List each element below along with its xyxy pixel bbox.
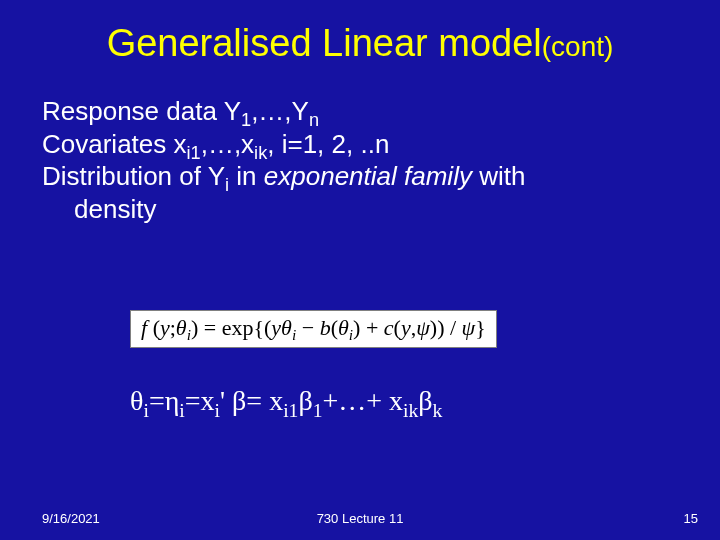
text: Covariates x xyxy=(42,129,187,159)
eq-f: f xyxy=(141,315,153,340)
sub: i1 xyxy=(283,400,298,421)
body-line-1: Response data Y1,…,Yn xyxy=(42,95,680,128)
sym-x: x xyxy=(269,385,283,416)
text: ,…,x xyxy=(201,129,254,159)
eq-theta: θ xyxy=(176,315,187,340)
equation-box: f (y;θi) = exp{(yθi − b(θi) + c(y,ψ)) / … xyxy=(130,310,497,348)
eq-psi: ψ xyxy=(462,315,476,340)
footer-page-number: 15 xyxy=(684,511,698,526)
italic-text: exponential family xyxy=(264,161,472,191)
eq-minus: − xyxy=(296,315,319,340)
sym-ellipsis: +…+ xyxy=(322,385,389,416)
sub: 1 xyxy=(313,400,323,421)
slide-body: Response data Y1,…,Yn Covariates xi1,…,x… xyxy=(42,95,680,225)
sym-beta: β xyxy=(298,385,312,416)
eq-y: y xyxy=(160,315,170,340)
body-line-4: density xyxy=(74,193,680,226)
eq-plus: + xyxy=(360,315,383,340)
eq-slash: / xyxy=(444,315,461,340)
sym-eq: = xyxy=(149,385,165,416)
text: density xyxy=(74,194,156,224)
eq-paren: ( xyxy=(394,315,401,340)
sym-eq: = xyxy=(185,385,201,416)
title-cont: (cont) xyxy=(542,31,614,62)
eq-ytheta: yθ xyxy=(271,315,292,340)
eq-exp: exp xyxy=(222,315,254,340)
eq-equals: = xyxy=(198,315,221,340)
body-line-3: Distribution of Yi in exponential family… xyxy=(42,160,680,193)
eq-c: c xyxy=(384,315,394,340)
footer-lecture: 730 Lecture 11 xyxy=(0,511,720,526)
sym-theta: θ xyxy=(130,385,143,416)
sym-eta: η xyxy=(165,385,180,416)
sym-x: x xyxy=(389,385,403,416)
text: , i=1, 2, ..n xyxy=(267,129,389,159)
eq-brace: { xyxy=(253,315,264,340)
sym-beta: β xyxy=(232,385,246,416)
text: Response data Y xyxy=(42,96,241,126)
text: Distribution of Y xyxy=(42,161,225,191)
eq-theta: θ xyxy=(338,315,349,340)
title-main: Generalised Linear model xyxy=(107,22,542,64)
slide: Generalised Linear model(cont) Response … xyxy=(0,0,720,540)
text: with xyxy=(472,161,525,191)
eq-y: y xyxy=(401,315,411,340)
text: in xyxy=(229,161,264,191)
eq-paren: ( xyxy=(331,315,338,340)
eq-b: b xyxy=(320,315,331,340)
sub: ik xyxy=(403,400,418,421)
sym-eq: = xyxy=(246,385,269,416)
eq-brace: } xyxy=(475,315,486,340)
sub: k xyxy=(433,400,443,421)
slide-title: Generalised Linear model(cont) xyxy=(0,22,720,65)
text: ,…,Y xyxy=(251,96,309,126)
sym-beta: β xyxy=(418,385,432,416)
eq-paren: ( xyxy=(153,315,160,340)
body-line-2: Covariates xi1,…,xik, i=1, 2, ..n xyxy=(42,128,680,161)
theta-line: θi=ηi=xi' β= xi1β1+…+ xikβk xyxy=(130,385,442,417)
eq-psi: ψ xyxy=(416,315,430,340)
sym-x: x xyxy=(201,385,215,416)
